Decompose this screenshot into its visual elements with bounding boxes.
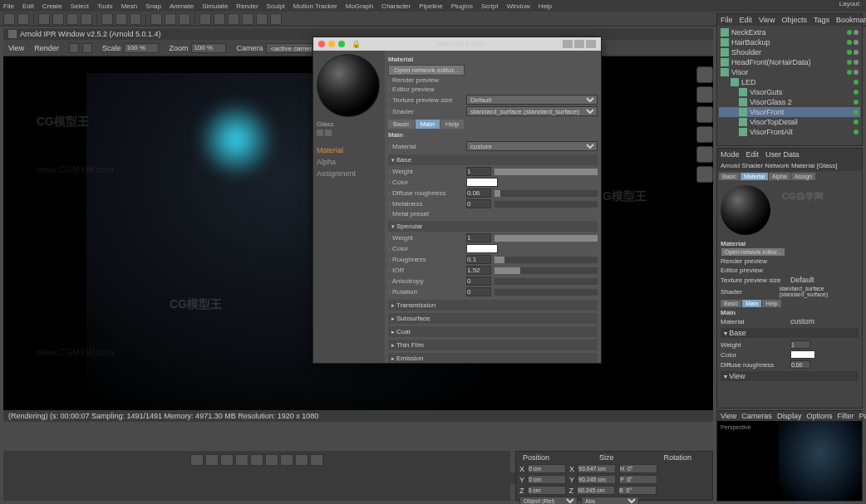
spec-rotation-input[interactable] <box>466 287 491 296</box>
timeline-prev-key[interactable] <box>205 454 219 466</box>
attr-tab-basic[interactable]: Basic <box>719 173 740 180</box>
coord-size-mode-select[interactable]: Abs <box>581 497 639 504</box>
coord-y-pos[interactable] <box>528 475 566 484</box>
primitive-spline[interactable] <box>214 13 225 25</box>
base-weight-slider[interactable] <box>495 169 598 175</box>
timeline-record[interactable] <box>295 454 308 466</box>
coord-y-rot[interactable] <box>619 475 657 484</box>
material-tab-material[interactable]: Material <box>317 144 381 156</box>
menu-help[interactable]: Help <box>539 2 552 10</box>
material-tab-alpha[interactable]: Alpha <box>317 156 381 168</box>
coord-z-pos[interactable] <box>528 486 566 495</box>
menu-tools[interactable]: Tools <box>97 2 113 10</box>
attr-weight-input[interactable] <box>790 340 810 349</box>
mv-filter[interactable]: Filter <box>837 412 854 420</box>
spec-roughness-input[interactable] <box>466 255 491 264</box>
specular-section-header[interactable]: Specular <box>388 221 598 232</box>
spec-weight-input[interactable] <box>466 233 491 242</box>
primitive-cube[interactable] <box>199 13 211 25</box>
tool-select[interactable] <box>38 13 50 25</box>
axis-x-toggle[interactable] <box>101 13 113 25</box>
subsurface-section-header[interactable]: Subsurface <box>388 313 598 324</box>
diffuse-roughness-input[interactable] <box>466 188 491 198</box>
point-mode-icon[interactable] <box>696 86 713 103</box>
light-button[interactable] <box>270 13 282 25</box>
model-mode-icon[interactable] <box>696 66 713 83</box>
om-bookmarks[interactable]: Bookmarks <box>836 16 866 24</box>
attr-shader-tab-basic[interactable]: Basic <box>721 300 741 307</box>
attr-open-network-button[interactable]: Open network editor... <box>721 247 785 257</box>
om-file[interactable]: File <box>721 16 733 24</box>
metalness-slider[interactable] <box>495 201 598 208</box>
window-zoom-button[interactable] <box>338 41 345 47</box>
object-list[interactable]: NeckExtra HairBackup Shoulder HeadFront(… <box>717 26 862 139</box>
ipr-pause-button[interactable] <box>82 43 92 53</box>
material-tab-assignment[interactable]: Assignment <box>317 168 381 179</box>
menu-edit[interactable]: Edit <box>22 2 34 10</box>
timeline-next-key[interactable] <box>265 454 278 466</box>
menu-pipeline[interactable]: Pipeline <box>419 2 442 10</box>
mini-viewport-render[interactable] <box>779 421 862 501</box>
generator-button[interactable] <box>228 13 239 25</box>
om-objects[interactable]: Objects <box>781 16 807 24</box>
attr-shader-tab-help[interactable]: Help <box>762 300 780 307</box>
render-settings-button[interactable] <box>179 13 190 25</box>
menu-mesh[interactable]: Mesh <box>121 2 138 10</box>
timeline-goto-start[interactable] <box>190 454 204 466</box>
coat-section-header[interactable]: Coat <box>388 326 598 337</box>
mv-view[interactable]: View <box>721 412 736 420</box>
obj-item-led[interactable]: LED <box>719 77 860 87</box>
polygon-mode-icon[interactable] <box>696 126 713 143</box>
attr-diffuse-roughness-slider[interactable] <box>814 362 859 368</box>
scale-input[interactable] <box>124 43 159 53</box>
coord-x-rot[interactable] <box>619 464 657 473</box>
spec-roughness-slider[interactable] <box>495 257 598 263</box>
preview-refresh-icon[interactable] <box>325 130 332 136</box>
coord-y-size[interactable] <box>578 475 616 484</box>
om-view[interactable]: View <box>759 16 775 24</box>
zoom-input[interactable] <box>191 43 226 53</box>
menu-file[interactable]: File <box>3 2 14 10</box>
ipr-view-menu[interactable]: View <box>8 44 24 52</box>
attr-view-section[interactable]: ▾ View <box>721 371 859 381</box>
nav-up-button[interactable] <box>586 40 596 48</box>
timeline-autokey[interactable] <box>310 454 323 466</box>
material-preview-sphere[interactable] <box>317 54 380 117</box>
attr-tab-material[interactable]: Material <box>741 173 768 180</box>
menu-simulate[interactable]: Simulate <box>202 2 228 10</box>
ipr-play-button[interactable] <box>69 43 79 53</box>
camera-button[interactable] <box>256 13 268 25</box>
tool-scale[interactable] <box>66 13 78 25</box>
menu-sculpt[interactable]: Sculpt <box>267 2 285 10</box>
mv-panel[interactable]: Panel <box>859 412 866 420</box>
undo-button[interactable] <box>3 13 15 25</box>
render-button[interactable] <box>150 13 162 25</box>
timeline-goto-end[interactable] <box>280 454 293 466</box>
obj-item-neckextra[interactable]: NeckExtra <box>719 27 860 37</box>
spec-anisotropy-input[interactable] <box>466 276 491 286</box>
coord-z-size[interactable] <box>577 486 615 495</box>
ipr-render-menu[interactable]: Render <box>34 44 59 52</box>
coord-x-size[interactable] <box>578 464 616 473</box>
metalness-input[interactable] <box>466 199 491 208</box>
menu-motiontracker[interactable]: Motion Tracker <box>293 2 337 10</box>
render-region-button[interactable] <box>165 13 176 25</box>
deformer-button[interactable] <box>242 13 253 25</box>
obj-item-visortopdetail[interactable]: VisorTopDetail <box>719 117 860 127</box>
mv-display[interactable]: Display <box>777 412 802 420</box>
obj-item-visorglass2[interactable]: VisorGlass 2 <box>719 97 860 107</box>
attr-diffuse-roughness-input[interactable] <box>790 360 810 369</box>
timeline-next-frame[interactable] <box>250 454 263 466</box>
attr-edit[interactable]: Edit <box>746 150 760 159</box>
obj-item-shoulder[interactable]: Shoulder <box>719 47 860 57</box>
menu-snap[interactable]: Snap <box>145 2 161 10</box>
coord-z-rot[interactable] <box>618 486 657 495</box>
attr-shader-tab-main[interactable]: Main <box>742 300 761 307</box>
transmission-section-header[interactable]: Transmission <box>388 300 598 311</box>
obj-item-visorfrontalt[interactable]: VisorFrontAlt <box>719 127 860 137</box>
attr-color-swatch[interactable] <box>790 350 815 359</box>
nav-back-button[interactable] <box>563 40 573 48</box>
base-section-header[interactable]: Base <box>388 154 598 165</box>
window-minimize-button[interactable] <box>328 41 335 47</box>
axis-y-toggle[interactable] <box>116 13 127 25</box>
